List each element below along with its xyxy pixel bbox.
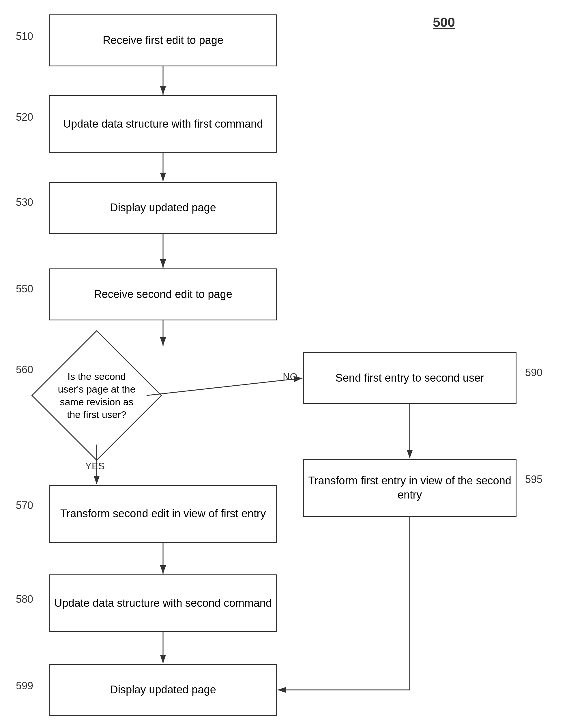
box-590: Send first entry to second user (303, 352, 517, 404)
label-530: 530 (16, 196, 33, 208)
box-599: Display updated page (49, 664, 277, 716)
arrow-label-yes: YES (85, 461, 105, 472)
diamond-560-wrapper: Is the second user's page at the same re… (48, 346, 146, 445)
label-599: 599 (16, 680, 33, 692)
box-520: Update data structure with first command (49, 95, 277, 153)
label-560: 560 (16, 364, 33, 376)
diagram-container: 500 510 Receive first edit to page 520 U… (0, 0, 582, 728)
label-520: 520 (16, 111, 33, 123)
box-580-text: Update data structure with second comman… (54, 596, 272, 610)
label-595: 595 (525, 473, 543, 486)
box-580: Update data structure with second comman… (49, 574, 277, 632)
box-550: Receive second edit to page (49, 268, 277, 320)
svg-line-6 (147, 378, 302, 395)
box-510: Receive first edit to page (49, 15, 277, 67)
label-570: 570 (16, 499, 33, 512)
box-530-text: Display updated page (110, 201, 216, 215)
box-520-text: Update data structure with first command (63, 117, 263, 131)
box-510-text: Receive first edit to page (103, 33, 223, 47)
box-599-text: Display updated page (110, 683, 216, 697)
diagram-title: 500 (433, 15, 455, 30)
box-595-text: Transform first entry in view of the sec… (307, 474, 513, 502)
box-550-text: Receive second edit to page (94, 287, 232, 301)
diamond-560 (31, 330, 162, 461)
label-510: 510 (16, 30, 33, 43)
arrow-label-no: NO (283, 371, 297, 382)
label-580: 580 (16, 593, 33, 605)
box-590-text: Send first entry to second user (335, 371, 484, 385)
box-570-text: Transform second edit in view of first e… (60, 506, 266, 521)
box-530: Display updated page (49, 182, 277, 234)
label-550: 550 (16, 283, 33, 295)
box-570: Transform second edit in view of first e… (49, 485, 277, 543)
label-590: 590 (525, 367, 543, 379)
box-595: Transform first entry in view of the sec… (303, 459, 517, 517)
